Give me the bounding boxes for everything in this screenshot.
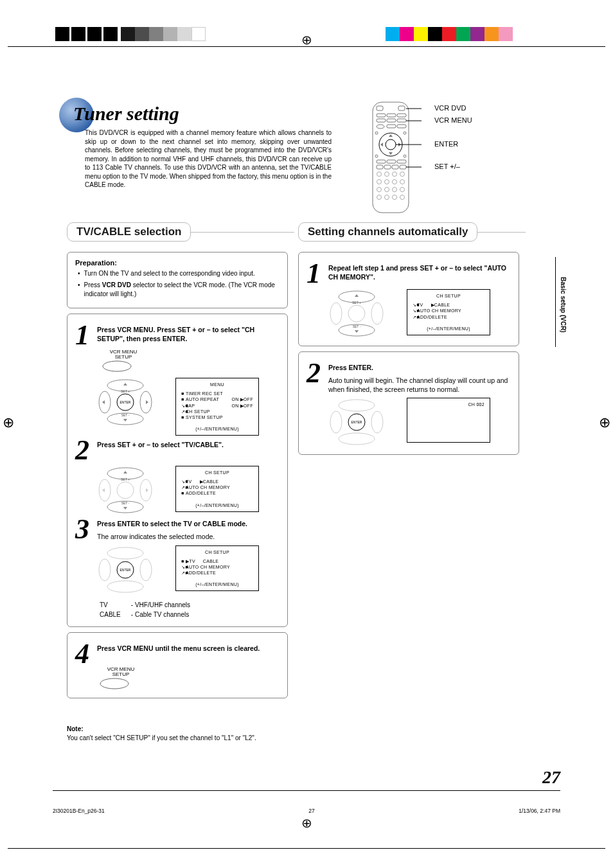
dpad-icon: SET + SET - ENTER <box>94 378 156 427</box>
steps-box-right: 1 Repeat left step 1 and press SET + or … <box>298 252 519 346</box>
page-number: 27 <box>542 767 560 788</box>
prep-item: •Press VCR DVD selector to select the VC… <box>78 281 280 299</box>
svg-text:ENTER: ENTER <box>120 568 131 572</box>
svg-rect-26 <box>392 165 398 169</box>
remote-callout-set: SET +/– <box>434 163 460 170</box>
svg-point-41 <box>377 195 382 200</box>
svg-text:SET +: SET + <box>121 477 130 481</box>
registration-mark-icon: ⊕ <box>3 414 14 431</box>
heading-tv-cable: TV/CABLE selection <box>67 222 191 242</box>
svg-rect-12 <box>387 125 396 128</box>
svg-point-67 <box>100 678 129 689</box>
svg-point-60 <box>117 482 134 499</box>
svg-point-15 <box>404 132 406 134</box>
svg-rect-8 <box>387 119 396 122</box>
svg-point-43 <box>393 195 397 200</box>
svg-text:SET +: SET + <box>352 301 361 305</box>
svg-rect-22 <box>387 160 396 163</box>
svg-point-72 <box>330 303 342 324</box>
svg-point-35 <box>393 180 397 184</box>
steps-box-left: 1 Press VCR MENU. Press SET + or – to se… <box>67 314 288 627</box>
prep-item: •Turn ON the TV and select to the corres… <box>78 269 280 278</box>
svg-point-31 <box>393 172 397 177</box>
svg-point-14 <box>375 132 378 134</box>
svg-point-38 <box>385 188 389 192</box>
svg-rect-7 <box>377 119 386 122</box>
svg-rect-21 <box>377 160 386 163</box>
dpad-icon: SET + SET - <box>94 466 156 515</box>
svg-text:ENTER: ENTER <box>351 420 362 424</box>
svg-text:SET -: SET - <box>121 413 130 417</box>
svg-point-42 <box>385 195 389 200</box>
step-number: 1 <box>306 261 324 285</box>
preparation-title: Preparation: <box>75 259 280 267</box>
svg-point-40 <box>400 188 405 192</box>
svg-point-61 <box>107 547 143 559</box>
svg-point-30 <box>385 172 389 177</box>
heading-auto-channels: Setting channels automatically <box>298 222 477 242</box>
dpad-icon: ENTER <box>326 398 387 447</box>
svg-point-19 <box>386 139 396 150</box>
svg-text:SET -: SET - <box>121 501 130 505</box>
svg-point-74 <box>348 305 365 322</box>
svg-point-45 <box>103 361 131 371</box>
svg-point-78 <box>371 411 383 433</box>
svg-point-77 <box>330 411 342 433</box>
svg-point-75 <box>339 400 375 411</box>
osd-screen: CH SETUP ■▶TVCABLE ↘■AUTO CH MEMORY ↗■AD… <box>175 545 259 591</box>
footer-info: 2I30201B-En_p26-31 27 1/13/06, 2:47 PM <box>53 808 560 814</box>
svg-text:ENTER: ENTER <box>120 400 131 404</box>
remote-callout-enter: ENTER <box>434 140 458 148</box>
step-number: 2 <box>75 438 93 462</box>
osd-screen: CH SETUP ↘■TV▶CABLE ↗■AUTO CH MEMORY ■AD… <box>175 466 259 511</box>
note-block: Note: You can't select "CH SETUP" if you… <box>67 725 288 742</box>
section-title: Tuner setting <box>62 103 179 125</box>
svg-rect-13 <box>397 125 406 128</box>
svg-point-11 <box>377 125 384 128</box>
svg-point-62 <box>107 581 143 592</box>
svg-point-63 <box>99 559 111 581</box>
registration-mark-icon: ⊕ <box>599 414 610 431</box>
step-number: 3 <box>75 517 93 541</box>
step-text: Press VCR MENU until the menu screen is … <box>97 642 280 666</box>
svg-point-36 <box>400 180 405 184</box>
step-number: 1 <box>75 323 93 347</box>
dpad-icon: SET + SET - <box>326 289 387 338</box>
svg-point-16 <box>375 155 378 157</box>
print-registration-bottom <box>8 848 605 849</box>
remote-callout-vcr-menu: VCR MENU <box>434 116 472 124</box>
svg-text:SET +: SET + <box>121 389 130 393</box>
osd-screen: MENU ■TIMER REC SET ■AUTO REPEATON ▶OFF … <box>175 378 259 435</box>
svg-point-29 <box>377 172 382 177</box>
step4-box: 4 Press VCR MENU until the menu screen i… <box>67 632 288 698</box>
svg-point-17 <box>404 155 406 157</box>
button-label: VCR MENU SETUP <box>101 350 146 360</box>
step-text: Press VCR MENU. Press SET + or – to sele… <box>97 323 280 347</box>
svg-point-32 <box>400 172 405 177</box>
svg-rect-24 <box>377 165 383 169</box>
svg-point-39 <box>393 188 397 192</box>
step-number: 4 <box>75 642 93 666</box>
registration-mark-icon: ⊕ <box>301 32 312 48</box>
svg-rect-1 <box>377 106 383 111</box>
side-tab-label: Basic setup (VCR) <box>555 257 567 347</box>
dpad-icon: ENTER <box>94 545 156 594</box>
svg-point-33 <box>377 180 382 184</box>
channel-type-table: TV- VHF/UHF channels CABLE- Cable TV cha… <box>98 599 191 620</box>
page-rule <box>53 790 560 791</box>
svg-rect-4 <box>377 114 386 117</box>
registration-mark-icon: ⊕ <box>301 815 312 831</box>
svg-point-44 <box>400 195 405 200</box>
svg-point-73 <box>371 303 383 324</box>
osd-screen: CH SETUP ↘■TV▶CABLE ↘■AUTO CH MEMORY ↗■A… <box>407 289 490 335</box>
osd-screen: CH 002 <box>407 398 490 443</box>
svg-rect-25 <box>384 165 391 169</box>
step-text: Press ENTER to select the TV or CABLE mo… <box>97 517 280 541</box>
step-number: 2 <box>306 361 324 394</box>
button-label: VCR MENU SETUP <box>98 667 143 677</box>
oval-button-icon <box>98 677 130 690</box>
remote-diagram: VCR DVD VCR MENU ENTER SET +/– <box>370 100 422 217</box>
step2-box-right: 2 Press ENTER. Auto tuning will begin. T… <box>298 351 519 455</box>
remote-callout-vcr-dvd: VCR DVD <box>434 104 466 112</box>
svg-point-37 <box>377 188 382 192</box>
